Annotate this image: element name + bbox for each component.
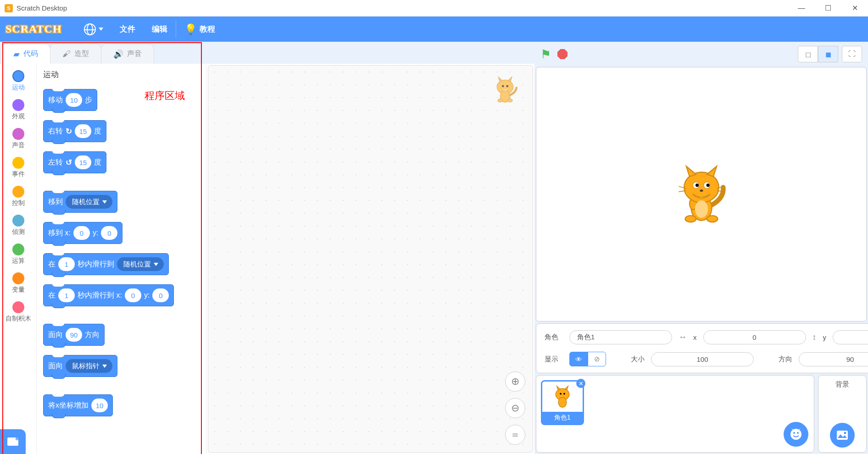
input-x[interactable]: 0: [73, 226, 90, 240]
category-looks[interactable]: 外观: [0, 95, 36, 124]
script-area[interactable]: ⊕ ⊖ ＝: [208, 65, 533, 453]
add-sprite-button[interactable]: [784, 422, 808, 447]
stage[interactable]: [536, 67, 867, 321]
chevron-down-icon: [154, 263, 158, 266]
block-turn-cw[interactable]: 右转 ↻ 15 度: [43, 120, 106, 142]
globe-icon: [84, 23, 96, 35]
sprite-size-input[interactable]: [651, 352, 754, 366]
sprite-y-input[interactable]: [833, 330, 868, 344]
svg-point-15: [695, 200, 707, 218]
input-degrees[interactable]: 15: [75, 155, 91, 169]
sprite-name-input[interactable]: [569, 330, 672, 344]
input-seconds[interactable]: 1: [58, 257, 75, 271]
svg-point-33: [844, 432, 846, 434]
minimize-button[interactable]: —: [788, 0, 815, 17]
block-turn-ccw[interactable]: 左转 ↺ 15 度: [43, 151, 106, 173]
category-operators[interactable]: 运算: [0, 240, 36, 269]
stop-button[interactable]: [557, 49, 568, 59]
dropdown-goto-target[interactable]: 随机位置: [66, 195, 112, 209]
y-arrow-icon: ↕: [812, 332, 817, 342]
svg-point-4: [502, 85, 504, 87]
scratch-logo[interactable]: SCRATCH: [6, 23, 62, 35]
green-flag-button[interactable]: ⚑: [540, 47, 551, 61]
tab-code[interactable]: ▰ 代码: [1, 44, 50, 64]
svg-point-27: [560, 393, 562, 395]
left-panel: ▰ 代码 🖌 造型 🔊 声音 运动 外观 声音 事件 控制 侦测 运算: [0, 42, 534, 454]
stage-large-button[interactable]: ◼: [818, 46, 838, 62]
show-label: 显示: [545, 355, 563, 364]
block-glide-menu[interactable]: 在 1 秒内滑行到 随机位置: [43, 253, 169, 275]
category-sound[interactable]: 声音: [0, 124, 36, 153]
sprite-delete-button[interactable]: ✕: [576, 379, 585, 388]
close-button[interactable]: ✕: [841, 0, 868, 17]
category-events[interactable]: 事件: [0, 153, 36, 182]
category-motion[interactable]: 运动: [0, 66, 36, 95]
stage-fullscreen-button[interactable]: ⛶: [842, 46, 862, 62]
direction-label: 方向: [779, 355, 792, 364]
size-label: 大小: [631, 355, 645, 364]
sprite-on-stage[interactable]: [674, 165, 729, 224]
block-glide-xy[interactable]: 在 1 秒内滑行到 x: 0 y: 0: [43, 284, 174, 306]
hide-button[interactable]: ⊘: [588, 352, 606, 366]
edit-menu[interactable]: 编辑: [144, 17, 176, 42]
svg-rect-32: [837, 431, 848, 440]
zoom-in-button[interactable]: ⊕: [505, 371, 525, 392]
svg-point-26: [558, 397, 567, 407]
svg-point-11: [685, 216, 696, 222]
x-label: x: [693, 333, 697, 341]
category-control[interactable]: 控制: [0, 182, 36, 211]
block-move-steps[interactable]: 移动 10 步: [43, 89, 97, 111]
input-direction[interactable]: 90: [66, 328, 82, 342]
block-change-x[interactable]: 将x坐标增加 10: [43, 394, 113, 416]
show-button[interactable]: 👁: [569, 352, 588, 366]
block-point-towards[interactable]: 面向 鼠标指针: [43, 355, 117, 377]
tab-sounds-label: 声音: [127, 49, 142, 59]
input-x[interactable]: 0: [125, 288, 141, 302]
sprite-direction-input[interactable]: [799, 352, 868, 366]
category-variables[interactable]: 变量: [0, 269, 36, 298]
svg-text:+: +: [16, 437, 18, 441]
window-controls: — ☐ ✕: [788, 0, 868, 17]
block-goto-menu[interactable]: 移到 随机位置: [43, 191, 117, 213]
file-menu[interactable]: 文件: [111, 17, 144, 42]
tutorials-menu[interactable]: 💡 教程: [176, 17, 223, 42]
tab-sounds[interactable]: 🔊 声音: [101, 44, 154, 64]
add-backdrop-button[interactable]: [830, 423, 855, 448]
palette-header: 运动: [43, 69, 206, 80]
block-point-direction[interactable]: 面向 90 方向: [43, 324, 105, 346]
window-title: Scratch Desktop: [17, 4, 67, 12]
chevron-down-icon: [102, 200, 107, 204]
block-goto-xy[interactable]: 移到 x: 0 y: 0: [43, 222, 122, 244]
blocks-palette[interactable]: 运动 程序区域 移动 10 步 右转 ↻ 15 度 左转: [37, 64, 206, 454]
svg-point-2: [498, 99, 503, 102]
svg-point-12: [707, 216, 718, 222]
sprite-name-label: 角色: [545, 333, 563, 342]
input-y[interactable]: 0: [152, 288, 169, 302]
zoom-reset-button[interactable]: ＝: [505, 425, 525, 445]
category-sensing[interactable]: 侦测: [0, 211, 36, 240]
input-y[interactable]: 0: [101, 226, 117, 240]
dropdown-point-target[interactable]: 鼠标指针: [66, 359, 112, 373]
maximize-button[interactable]: ☐: [815, 0, 841, 17]
dropdown-glide-target[interactable]: 随机位置: [117, 257, 164, 271]
input-dx[interactable]: 10: [91, 399, 108, 412]
backpack-button[interactable]: +: [0, 429, 26, 454]
sprite-list: ✕ 角色1: [536, 375, 814, 453]
input-degrees[interactable]: 15: [75, 124, 91, 138]
stage-header: ⚑ ◻ ◼ ⛶: [536, 43, 867, 65]
sprite-thumbnail: [542, 382, 583, 412]
category-myblocks[interactable]: 自制积木: [0, 298, 36, 327]
stage-small-button[interactable]: ◻: [798, 46, 818, 62]
sprite-x-input[interactable]: [703, 330, 806, 344]
tab-costumes[interactable]: 🖌 造型: [50, 44, 101, 64]
x-arrow-icon: ↔: [679, 332, 687, 342]
svg-point-30: [793, 432, 795, 434]
language-menu[interactable]: [76, 17, 111, 42]
zoom-out-button[interactable]: ⊖: [505, 398, 525, 418]
input-seconds[interactable]: 1: [58, 288, 75, 302]
sprite-card[interactable]: ✕ 角色1: [541, 380, 584, 425]
sprite-card-label: 角色1: [542, 412, 583, 424]
input-steps[interactable]: 10: [66, 93, 82, 107]
tab-code-label: 代码: [23, 49, 38, 59]
app-icon: S: [5, 4, 13, 12]
